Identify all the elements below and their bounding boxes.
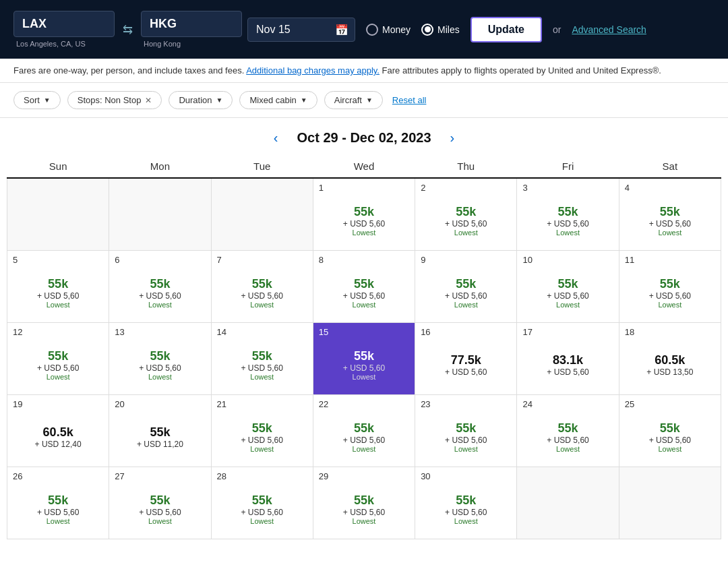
table-row[interactable]: 4 55k + USD 5,60 Lowest: [619, 178, 721, 251]
info-prefix: Fares are one-way, per person, and inclu…: [13, 65, 244, 76]
prev-arrow-button[interactable]: ‹: [268, 127, 284, 148]
cell-miles: 55k: [456, 205, 476, 219]
day-header-sun: Sun: [7, 155, 109, 178]
table-row[interactable]: 1 55k + USD 5,60 Lowest: [313, 178, 415, 251]
miles-radio-label[interactable]: Miles: [421, 24, 460, 36]
cell-usd: + USD 5,60: [445, 436, 487, 445]
cell-usd: + USD 5,60: [37, 363, 79, 373]
table-row[interactable]: 10 55k + USD 5,60 Lowest: [517, 251, 619, 323]
cell-lowest-tag: Lowest: [454, 445, 478, 453]
money-radio-label[interactable]: Money: [366, 24, 411, 36]
table-row[interactable]: 27 55k + USD 5,60 Lowest: [109, 467, 211, 539]
cell-content: 55k + USD 5,60 Lowest: [319, 412, 409, 462]
cell-lowest-tag: Lowest: [353, 517, 376, 525]
aircraft-label: Aircraft: [334, 95, 362, 105]
swap-icon[interactable]: ⇆: [120, 22, 135, 37]
day-number: 14: [217, 327, 307, 337]
table-row[interactable]: 11 55k + USD 5,60 Lowest: [619, 251, 721, 323]
cell-lowest-tag: Lowest: [556, 301, 580, 309]
cell-usd: + USD 5,60: [547, 367, 588, 377]
cell-usd: + USD 5,60: [649, 291, 691, 301]
cell-content: 55k + USD 5,60 Lowest: [522, 196, 613, 246]
day-number: 22: [319, 399, 409, 409]
table-row[interactable]: 8 55k + USD 5,60 Lowest: [313, 251, 415, 323]
calendar-row: 1 55k + USD 5,60 Lowest 2 55k + USD 5,60…: [7, 178, 721, 251]
table-row[interactable]: 7 55k + USD 5,60 Lowest: [211, 251, 313, 323]
money-radio-outer: [366, 24, 378, 36]
table-row[interactable]: 16 77.5k + USD 5,60: [415, 323, 517, 395]
table-row: [211, 178, 313, 251]
cell-content: 77.5k + USD 5,60: [421, 340, 511, 390]
cell-usd: + USD 5,60: [343, 291, 385, 301]
cell-content: 55k + USD 5,60 Lowest: [421, 412, 511, 462]
table-row: [619, 467, 721, 539]
advanced-search-link[interactable]: Advanced Search: [572, 24, 646, 35]
cell-usd: + USD 5,60: [343, 363, 385, 373]
sort-label: Sort: [24, 95, 40, 105]
day-header-fri: Fri: [517, 155, 619, 178]
table-row[interactable]: 15 55k + USD 5,60 Lowest: [313, 323, 415, 395]
table-row: [517, 467, 619, 539]
cell-content: 55k + USD 5,60 Lowest: [217, 268, 307, 318]
cell-lowest-tag: Lowest: [353, 445, 376, 453]
table-row: [7, 178, 109, 251]
bag-charges-link[interactable]: Additional bag charges may apply.: [246, 65, 380, 76]
table-row[interactable]: 21 55k + USD 5,60 Lowest: [211, 395, 313, 467]
cell-miles: 55k: [354, 349, 374, 363]
table-row[interactable]: 25 55k + USD 5,60 Lowest: [619, 395, 721, 467]
sort-button[interactable]: Sort ▼: [13, 91, 61, 109]
day-number: 13: [115, 327, 205, 337]
day-header-wed: Wed: [313, 155, 415, 178]
table-row[interactable]: 28 55k + USD 5,60 Lowest: [211, 467, 313, 539]
cell-content: 55k + USD 5,60 Lowest: [13, 268, 103, 318]
table-row[interactable]: 12 55k + USD 5,60 Lowest: [7, 323, 109, 395]
cell-miles: 55k: [150, 277, 170, 291]
table-row[interactable]: 17 83.1k + USD 5,60: [517, 323, 619, 395]
reset-all-link[interactable]: Reset all: [392, 95, 427, 105]
table-row[interactable]: 29 55k + USD 5,60 Lowest: [313, 467, 415, 539]
stops-button[interactable]: Stops: Non Stop ✕: [67, 91, 162, 109]
cell-lowest-tag: Lowest: [250, 373, 274, 381]
table-row[interactable]: 14 55k + USD 5,60 Lowest: [211, 323, 313, 395]
destination-wrap: Hong Kong: [141, 11, 242, 48]
day-number: 11: [625, 255, 715, 265]
cell-lowest-tag: Lowest: [454, 301, 478, 309]
cell-lowest-tag: Lowest: [47, 373, 70, 381]
cell-lowest-tag: Lowest: [658, 229, 681, 237]
cell-usd: + USD 5,60: [343, 436, 385, 445]
cell-lowest-tag: Lowest: [47, 517, 70, 525]
day-number: 16: [421, 327, 511, 337]
day-number: 6: [115, 255, 205, 265]
origin-input[interactable]: [13, 11, 115, 37]
table-row[interactable]: 2 55k + USD 5,60 Lowest: [415, 178, 517, 251]
destination-input[interactable]: [141, 11, 242, 37]
cell-content: 55k + USD 5,60 Lowest: [217, 484, 307, 535]
update-button[interactable]: Update: [471, 17, 542, 42]
duration-button[interactable]: Duration ▼: [169, 91, 233, 109]
table-row[interactable]: 30 55k + USD 5,60 Lowest: [415, 467, 517, 539]
cell-usd: + USD 5,60: [649, 436, 691, 445]
info-suffix: Fare attributes apply to flights operate…: [382, 65, 661, 76]
table-row[interactable]: 9 55k + USD 5,60 Lowest: [415, 251, 517, 323]
table-row[interactable]: 3 55k + USD 5,60 Lowest: [517, 178, 619, 251]
table-row[interactable]: 20 55k + USD 11,20: [109, 395, 211, 467]
cell-content: 83.1k + USD 5,60: [522, 340, 613, 390]
table-row[interactable]: 18 60.5k + USD 13,50: [619, 323, 721, 395]
table-row[interactable]: 26 55k + USD 5,60 Lowest: [7, 467, 109, 539]
date-input[interactable]: [247, 18, 355, 42]
table-row[interactable]: 5 55k + USD 5,60 Lowest: [7, 251, 109, 323]
table-row[interactable]: 19 60.5k + USD 12,40: [7, 395, 109, 467]
cell-lowest-tag: Lowest: [353, 373, 376, 381]
mixed-cabin-button[interactable]: Mixed cabin ▼: [239, 91, 317, 109]
table-row[interactable]: 23 55k + USD 5,60 Lowest: [415, 395, 517, 467]
table-row[interactable]: 13 55k + USD 5,60 Lowest: [109, 323, 211, 395]
table-row[interactable]: 24 55k + USD 5,60 Lowest: [517, 395, 619, 467]
cell-usd: + USD 5,60: [547, 291, 588, 301]
next-arrow-button[interactable]: ›: [445, 127, 460, 148]
aircraft-button[interactable]: Aircraft ▼: [324, 91, 383, 109]
table-row[interactable]: 6 55k + USD 5,60 Lowest: [109, 251, 211, 323]
cell-usd: + USD 5,60: [241, 291, 283, 301]
table-row[interactable]: 22 55k + USD 5,60 Lowest: [313, 395, 415, 467]
cell-lowest-tag: Lowest: [454, 517, 478, 525]
cell-content: 55k + USD 5,60 Lowest: [115, 268, 205, 318]
